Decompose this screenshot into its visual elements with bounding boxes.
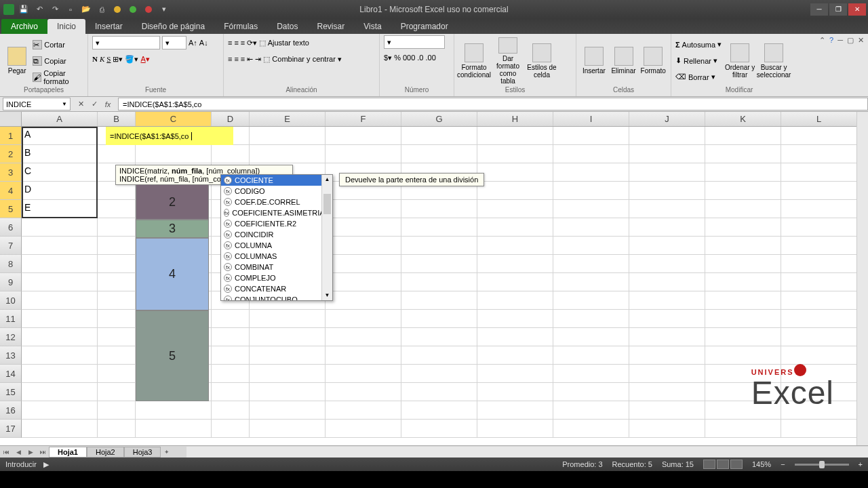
format-painter-button[interactable]: 🖌Copiar formato (33, 70, 83, 85)
tab-insert[interactable]: Insertar (85, 19, 132, 34)
horizontal-scrollbar[interactable] (186, 447, 868, 458)
row-header-1[interactable]: 1 (0, 127, 22, 145)
autocomplete-scrollbar[interactable]: ▲▼ (321, 175, 332, 300)
sheet-tab-2[interactable]: Hoja2 (87, 447, 124, 458)
merge-button[interactable]: ⬚ Combinar y centrar ▾ (263, 55, 342, 64)
formula-input[interactable]: =INDICE($A$1:$A$5,co (118, 98, 868, 110)
tab-layout[interactable]: Diseño de página (132, 19, 214, 34)
autocomplete-item[interactable]: fxCODIGO (221, 186, 323, 197)
enter-formula-icon[interactable]: ✓ (88, 98, 100, 110)
font-color-button[interactable]: A▾ (140, 55, 149, 64)
percent-icon[interactable]: % (394, 54, 401, 62)
format-cells-button[interactable]: Formato (639, 37, 667, 85)
format-table-button[interactable]: Dar formato como tabla (492, 37, 524, 85)
autocomplete-item[interactable]: fxCOLUMNA (221, 240, 323, 251)
dec-decimal-icon[interactable]: .00 (425, 54, 435, 62)
autocomplete-item[interactable]: fxCOEFICIENTE.R2 (221, 218, 323, 229)
sheet-tab-1[interactable]: Hoja1 (49, 447, 87, 458)
currency-icon[interactable]: $▾ (384, 54, 392, 62)
qat-redo[interactable]: ↷ (49, 3, 61, 16)
align-bot-icon[interactable]: ≡ (241, 39, 245, 47)
indent-inc-icon[interactable]: ⇥ (255, 55, 261, 64)
col-header-C[interactable]: C (136, 112, 212, 126)
qat-dot1[interactable] (111, 3, 123, 16)
col-header-I[interactable]: I (553, 112, 629, 126)
row-header-3[interactable]: 3 (0, 163, 22, 182)
ribbon-win-close[interactable]: ✕ (858, 36, 864, 45)
align-mid-icon[interactable]: ≡ (234, 39, 238, 47)
row-header-13[interactable]: 13 (0, 346, 22, 365)
align-top-icon[interactable]: ≡ (228, 39, 232, 47)
align-left-icon[interactable]: ≡ (228, 55, 232, 63)
autosum-button[interactable]: Σ Autosuma ▾ (675, 37, 722, 52)
clear-button[interactable]: ⌫ Borrar ▾ (675, 70, 722, 85)
qat-save[interactable]: 💾 (18, 3, 30, 16)
autocomplete-item[interactable]: fxCOLUMNAS (221, 251, 323, 262)
font-combo[interactable]: ▾ (92, 36, 160, 49)
sheet-nav-prev[interactable]: ◀ (12, 449, 24, 455)
sheet-nav-last[interactable]: ⏭ (37, 449, 49, 455)
tab-dev[interactable]: Programador (391, 19, 458, 34)
row-header-7[interactable]: 7 (0, 237, 22, 255)
close-button[interactable]: ✕ (848, 3, 866, 16)
fontsize-combo[interactable]: ▾ (162, 36, 186, 49)
zoom-in-icon[interactable]: + (859, 460, 863, 468)
tab-data[interactable]: Datos (267, 19, 307, 34)
vertical-scrollbar[interactable] (856, 112, 868, 445)
sheet-nav-next[interactable]: ▶ (24, 449, 37, 455)
find-select-button[interactable]: Buscar y seleccionar (758, 37, 789, 85)
ribbon-help-icon[interactable]: ? (829, 36, 833, 45)
grow-font-icon[interactable]: A↑ (189, 39, 197, 47)
tab-file[interactable]: Archivo (1, 19, 47, 34)
wrap-text-button[interactable]: ⬚ Ajustar texto (259, 39, 309, 47)
qat-open[interactable]: 📂 (80, 3, 92, 16)
cut-button[interactable]: ✂Cortar (33, 37, 83, 52)
row-header-16[interactable]: 16 (0, 401, 22, 420)
zoom-out-icon[interactable]: − (781, 460, 785, 468)
qat-new[interactable]: ▫ (64, 3, 77, 16)
tab-review[interactable]: Revisar (308, 19, 355, 34)
row-header-2[interactable]: 2 (0, 145, 22, 163)
ribbon-minimize-icon[interactable]: ⌃ (819, 36, 825, 45)
inc-decimal-icon[interactable]: .0 (417, 54, 423, 62)
view-layout-icon[interactable] (717, 460, 729, 469)
bold-button[interactable]: N (92, 55, 98, 63)
align-center-icon[interactable]: ≡ (234, 55, 238, 63)
row-header-14[interactable]: 14 (0, 365, 22, 383)
italic-button[interactable]: K (100, 55, 104, 63)
qat-print[interactable]: ⎙ (96, 3, 108, 16)
insert-cells-button[interactable]: Insertar (580, 37, 608, 85)
qat-undo[interactable]: ↶ (33, 3, 45, 16)
row-header-8[interactable]: 8 (0, 255, 22, 273)
qat-dot3[interactable] (142, 3, 155, 16)
view-normal-icon[interactable] (703, 460, 715, 469)
indent-dec-icon[interactable]: ⇤ (247, 55, 253, 64)
row-header-4[interactable]: 4 (0, 182, 22, 200)
autocomplete-item[interactable]: fxCOMBINAT (221, 262, 323, 272)
row-header-12[interactable]: 12 (0, 328, 22, 346)
autocomplete-item[interactable]: fxCONJUNTOCUBO (221, 294, 323, 300)
col-header-K[interactable]: K (705, 112, 781, 126)
number-format-combo[interactable]: ▾ (384, 35, 445, 49)
autocomplete-item[interactable]: fxCONCATENAR (221, 283, 323, 294)
ribbon-win-min[interactable]: ─ (837, 36, 843, 45)
copy-button[interactable]: ⧉Copiar (33, 54, 83, 68)
row-header-9[interactable]: 9 (0, 273, 22, 291)
autocomplete-item[interactable]: fxCOMPLEJO (221, 272, 323, 283)
sort-filter-button[interactable]: Ordenar y filtrar (724, 37, 755, 85)
name-box[interactable]: INDICE▼ (3, 98, 71, 110)
active-cell[interactable]: =INDICE($A$1:$A$5,co (106, 127, 233, 145)
border-button[interactable]: ⊞▾ (113, 55, 123, 64)
sheet-nav-first[interactable]: ⏮ (0, 449, 12, 455)
comma-icon[interactable]: 000 (403, 54, 415, 62)
row-header-11[interactable]: 11 (0, 310, 22, 328)
col-header-L[interactable]: L (781, 112, 857, 126)
col-header-E[interactable]: E (250, 112, 326, 126)
row-header-17[interactable]: 17 (0, 420, 22, 438)
delete-cells-button[interactable]: Eliminar (610, 37, 637, 85)
shrink-font-icon[interactable]: A↓ (199, 39, 208, 47)
col-header-F[interactable]: F (326, 112, 401, 126)
autocomplete-item[interactable]: fxCOEFICIENTE.ASIMETRIA (221, 207, 323, 218)
fill-button[interactable]: ⬇ Rellenar ▾ (675, 54, 722, 68)
new-sheet-button[interactable]: ✦ (161, 449, 173, 455)
